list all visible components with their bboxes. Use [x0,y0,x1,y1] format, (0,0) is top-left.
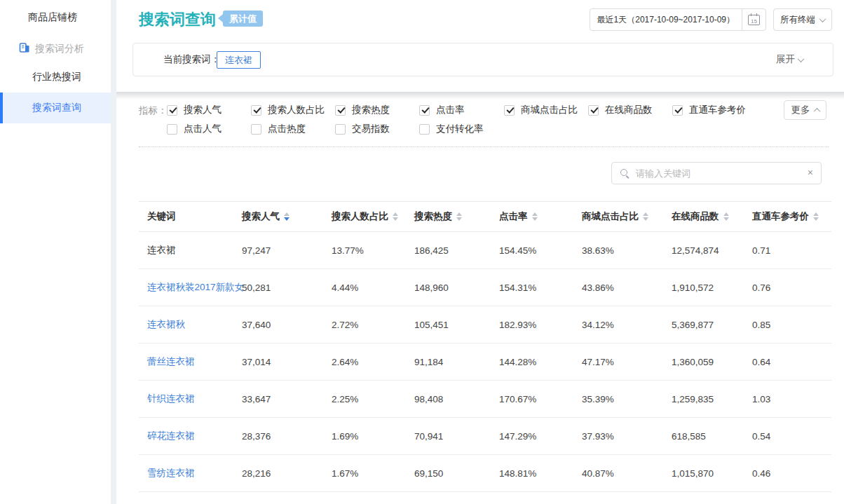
metric-checkbox-item[interactable]: 搜索人数占比 [251,104,325,116]
keyword-table: 关键词搜索人气搜索人数占比搜索热度点击率商城点击占比在线商品数直通车参考价 连衣… [139,201,831,492]
checkbox-checked[interactable] [251,105,261,116]
table-cell: 0.46 [752,468,770,479]
sort-icon[interactable] [456,212,462,221]
column-header-label: 关键词 [147,210,176,223]
metric-checkbox-item[interactable]: 商城点击占比 [504,104,578,116]
date-controls: 最近1天（2017-10-09~2017-10-09） 15 所有终端 [590,8,832,31]
sidebar-divider [111,0,116,504]
keyword-search-input[interactable] [636,163,797,183]
column-header[interactable]: 在线商品数 [672,210,729,223]
table-row: 雪纺连衣裙28,2161.67%69,150148.81%40.87%1,015… [139,455,831,492]
sidebar-item-label: 搜索词查询 [32,102,81,114]
table-cell: 1,360,059 [672,357,714,367]
expand-toggle[interactable]: 展开 [776,43,803,76]
table-cell: 0.85 [752,320,770,330]
metric-checkbox-item[interactable]: 在线商品数 [588,104,653,116]
checkbox-label: 商城点击占比 [521,104,578,116]
sidebar-item-search-word-analysis[interactable]: 搜索词分析 [35,43,84,55]
keyword-link[interactable]: 蕾丝连衣裙 [147,355,195,368]
keyword-link[interactable]: 连衣裙秋装2017新款女 [147,281,244,294]
metric-checkbox-item[interactable]: 支付转化率 [419,123,484,135]
column-header[interactable]: 点击率 [499,210,538,223]
table-cell: 0.54 [752,431,770,442]
table-cell: 154.31% [499,282,536,293]
sidebar-item-product-shop-rank[interactable]: 商品店铺榜 [28,11,77,24]
table-cell: 98,408 [414,394,443,404]
metric-checkbox-item[interactable]: 点击热度 [251,123,306,135]
table-cell: 43.86% [582,282,614,293]
sidebar: 商品店铺榜 搜索词分析 行业热搜词 搜索词查询 [0,0,111,504]
checkbox-label: 搜索热度 [352,104,390,116]
table-cell: 2.64% [332,357,358,367]
current-word-button[interactable]: 连衣裙 [217,51,261,69]
table-cell: 35.39% [582,394,614,404]
table-cell: 147.29% [499,431,536,442]
more-button[interactable]: 更多 [784,100,826,120]
checkbox-unchecked[interactable] [167,124,177,135]
table-cell: 40.87% [582,468,614,479]
calendar-icon: 15 [748,15,760,25]
metric-checkbox-item[interactable]: 直通车参考价 [672,104,746,116]
metric-checkbox-item[interactable]: 点击人气 [167,123,222,135]
column-header: 关键词 [147,210,176,223]
column-header[interactable]: 商城点击占比 [582,210,648,223]
main-content: 搜索词查询 累计值 最近1天（2017-10-09~2017-10-09） 15… [116,0,844,504]
metric-checkbox-item[interactable]: 搜索人气 [167,104,222,116]
checkbox-checked[interactable] [167,105,177,116]
calendar-button[interactable]: 15 [742,9,765,30]
date-range-text: 最近1天（2017-10-09~2017-10-09） [590,9,742,30]
checkbox-unchecked[interactable] [335,124,346,135]
checkbox-checked[interactable] [419,105,430,116]
checkbox-checked[interactable] [672,105,683,116]
column-header[interactable]: 搜索热度 [414,210,462,223]
clear-icon[interactable]: × [808,167,813,178]
sort-icon[interactable] [723,212,729,221]
column-header[interactable]: 搜索人气 [242,210,290,223]
date-range-picker[interactable]: 最近1天（2017-10-09~2017-10-09） 15 [590,8,766,31]
sort-icon[interactable] [284,212,290,221]
checkbox-label: 直通车参考价 [689,104,746,116]
chevron-down-icon [798,55,805,62]
column-header-label: 直通车参考价 [752,210,809,223]
checkbox-label: 点击人气 [184,123,222,135]
column-header[interactable]: 搜索人数占比 [332,210,398,223]
search-icon [620,169,630,179]
keyword-link[interactable]: 连衣裙秋 [147,318,185,331]
dotted-divider [139,147,829,147]
sort-icon[interactable] [532,212,538,221]
checkbox-checked[interactable] [335,105,346,116]
current-search-word-panel: 当前搜索词： 连衣裙 展开 [132,43,833,76]
terminal-label: 所有终端 [780,14,815,26]
keyword-link[interactable]: 碎花连衣裙 [147,430,195,442]
table-cell: 2.25% [332,394,358,404]
keyword-search-box: × [611,162,822,184]
checkbox-checked[interactable] [588,105,599,116]
table-cell: 1,015,870 [672,468,714,479]
checkbox-label: 搜索人数占比 [268,104,325,116]
metric-checkbox-item[interactable]: 交易指数 [335,123,390,135]
sort-icon[interactable] [813,212,819,221]
keyword-link[interactable]: 雪纺连衣裙 [147,467,195,479]
sort-icon[interactable] [393,212,398,221]
table-cell: 12,574,874 [672,245,719,256]
column-header[interactable]: 直通车参考价 [752,210,819,223]
table-cell: 4.44% [332,282,358,293]
checkbox-unchecked[interactable] [419,124,430,135]
sidebar-item-search-word-query[interactable]: 搜索词查询 [0,93,111,123]
sort-icon[interactable] [643,212,648,221]
metric-checkbox-item[interactable]: 点击率 [419,104,465,116]
sidebar-item-industry-hot-words[interactable]: 行业热搜词 [32,71,81,83]
table-cell: 1,259,835 [672,394,714,404]
keyword-link[interactable]: 针织连衣裙 [147,393,195,405]
table-cell: 37.93% [582,431,614,442]
checkbox-unchecked[interactable] [251,124,261,135]
table-cell: 13.77% [332,245,364,256]
checkbox-checked[interactable] [504,105,515,116]
metric-checkbox-item[interactable]: 搜索热度 [335,104,390,116]
cumulative-badge: 累计值 [223,11,263,27]
terminal-dropdown[interactable]: 所有终端 [773,8,832,31]
table-cell: 97,247 [242,245,271,256]
column-header-label: 商城点击占比 [582,210,639,223]
table-cell: 37,640 [242,320,271,330]
column-header-label: 在线商品数 [672,210,719,223]
